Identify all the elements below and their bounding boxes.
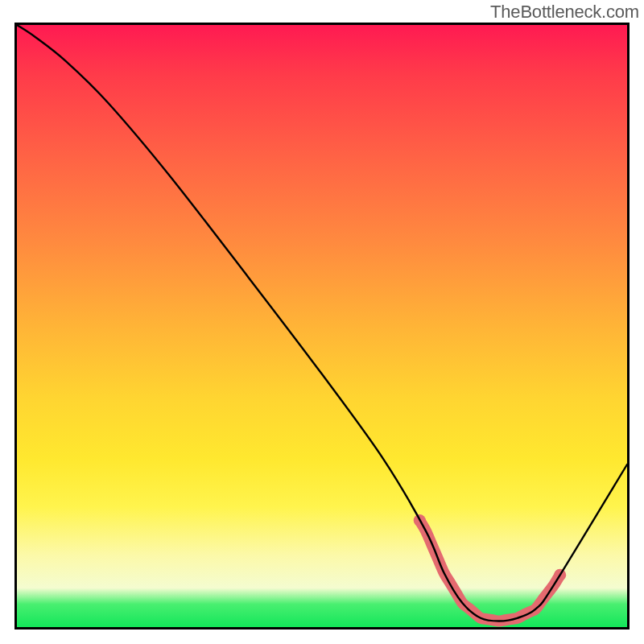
curve-layer <box>17 25 627 627</box>
bottleneck-curve <box>17 25 627 621</box>
chart-frame: TheBottleneck.com <box>0 0 644 644</box>
watermark-label: TheBottleneck.com <box>490 2 639 23</box>
plot-area <box>14 23 630 630</box>
